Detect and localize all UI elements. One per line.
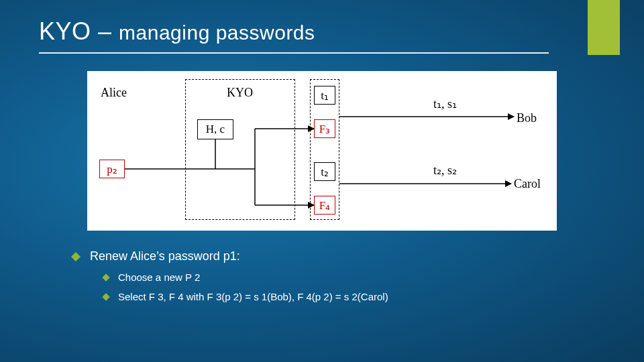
slide-title: KYO – managing passwords: [39, 17, 315, 46]
bullet-main: Renew Alice’s password p1:: [72, 249, 388, 263]
bullet-list: Renew Alice’s password p1: Choose a new …: [72, 249, 388, 310]
title-rest: managing passwords: [119, 21, 315, 44]
bullet-icon: [102, 293, 109, 300]
title-prefix: KYO –: [39, 17, 119, 45]
bullet-icon: [102, 274, 109, 281]
title-underline: [39, 52, 549, 54]
bullet-sub1-text: Choose a new P 2: [118, 272, 200, 283]
bullet-sub2-text: Select F 3, F 4 with F 3(p 2) = s 1(Bob)…: [118, 291, 388, 302]
bullet-sub2: Select F 3, F 4 with F 3(p 2) = s 1(Bob)…: [103, 291, 388, 302]
accent-bar: [588, 0, 620, 55]
diagram-panel: Alice KYO Bob Carol t₁, s₁ t₂, s₂ p₂ H, …: [87, 71, 557, 231]
bullet-icon: [71, 252, 80, 261]
bullet-sub1: Choose a new P 2: [103, 272, 388, 283]
diagram-lines: [87, 71, 557, 231]
bullet-main-text: Renew Alice’s password p1:: [90, 249, 240, 263]
